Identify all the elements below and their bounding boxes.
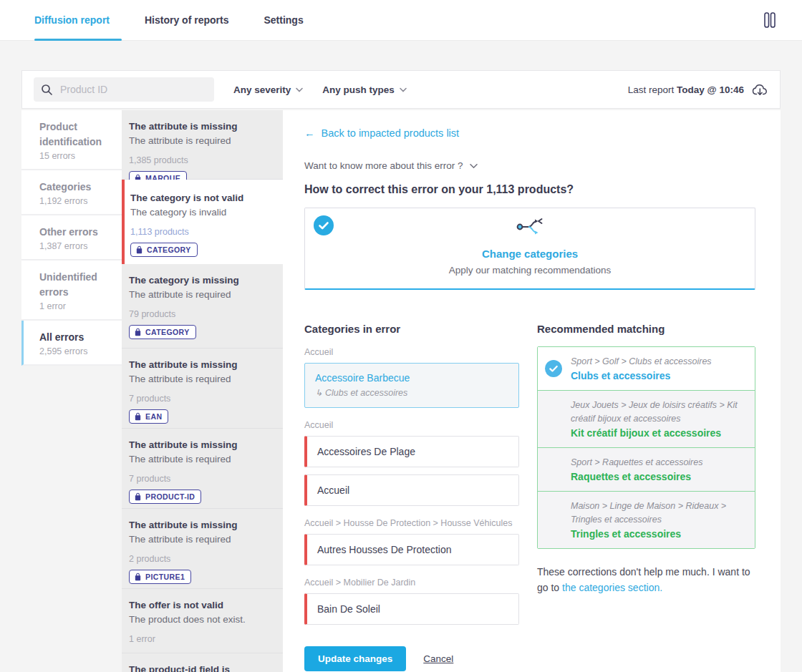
cancel-link[interactable]: Cancel bbox=[423, 653, 453, 664]
error-list-item[interactable]: The attribute is missing The attribute i… bbox=[122, 429, 283, 509]
badge-label: PICTURE1 bbox=[145, 573, 185, 581]
matching-row[interactable]: Jeux Jouets > Jeux de loisirs créatifs >… bbox=[538, 391, 755, 448]
category-path: Accueil bbox=[304, 347, 519, 357]
matching-footer: These corrections don't help me much. I … bbox=[537, 564, 755, 595]
error-subtitle: The category is invalid bbox=[130, 205, 280, 220]
change-categories-card[interactable]: Change categories Apply our matching rec… bbox=[304, 208, 755, 290]
cloud-download-icon[interactable] bbox=[752, 82, 768, 97]
back-to-products-link[interactable]: ← Back to impacted products list bbox=[304, 127, 459, 139]
badge-label: PRODUCT-ID bbox=[145, 492, 195, 501]
more-info-label: Want to know more about this error ? bbox=[304, 160, 463, 171]
error-count: 1,385 products bbox=[129, 155, 274, 165]
search-input[interactable] bbox=[59, 83, 207, 96]
sidebar-item-all-errors[interactable]: All errors 2,595 errors bbox=[21, 321, 122, 366]
error-title: The attribute is missing bbox=[129, 518, 274, 532]
push-types-filter-label: Any push types bbox=[322, 84, 395, 95]
sidebar-item-unidentified-errors[interactable]: Unidentified errors 1 error bbox=[21, 260, 122, 321]
error-title: The category is missing bbox=[129, 273, 274, 288]
sidebar-item-count: 2,595 errors bbox=[39, 346, 116, 356]
sidebar-item-product-identification[interactable]: Product identification 15 errors bbox=[21, 110, 122, 170]
category-card-selected[interactable]: Accessoire Barbecue ↳ Clubs et accessoir… bbox=[304, 363, 519, 408]
filter-bar: Any severity Any push types Last report … bbox=[21, 70, 781, 109]
sidebar-item-label: Unidentified errors bbox=[39, 270, 116, 300]
bag-icon bbox=[134, 412, 142, 421]
matching-path: Sport > Golf > Clubs et accessoires bbox=[571, 355, 745, 369]
tab-history-of-reports[interactable]: History of reports bbox=[145, 0, 228, 41]
error-list-item[interactable]: The attribute is missing The attribute i… bbox=[122, 110, 283, 180]
recommended-matching-section: Recommended matching Sport > Golf > Club… bbox=[537, 323, 755, 671]
matching-name: Tringles et accessoires bbox=[571, 528, 745, 540]
severity-filter-label: Any severity bbox=[233, 84, 291, 95]
back-link-label: Back to impacted products list bbox=[322, 127, 460, 139]
matching-row[interactable]: Maison > Linge de Maison > Rideaux > Tri… bbox=[538, 492, 755, 548]
error-list-item-clipped[interactable]: The product-id field is bbox=[122, 653, 283, 672]
badge-label: EAN bbox=[145, 412, 162, 421]
category-card[interactable]: Accueil bbox=[304, 474, 519, 506]
recommended-matching-heading: Recommended matching bbox=[537, 323, 755, 335]
category-path: Accueil > Mobilier De Jardin bbox=[304, 578, 519, 588]
error-detail-panel: ← Back to impacted products list Want to… bbox=[283, 110, 781, 672]
attribute-badge: EAN bbox=[129, 409, 168, 424]
sidebar-item-count: 1 error bbox=[39, 301, 116, 311]
error-groups-sidebar: Product identification 15 errors Categor… bbox=[21, 110, 122, 672]
categories-section-link[interactable]: the categories section. bbox=[562, 582, 662, 593]
attribute-badge: CATEGORY bbox=[130, 243, 198, 257]
error-subtitle: The attribute is required bbox=[129, 452, 274, 467]
matching-name: Raquettes et accessoires bbox=[571, 471, 745, 482]
category-name: Autres Housses De Protection bbox=[317, 544, 508, 555]
top-nav: Diffusion report History of reports Sett… bbox=[0, 0, 802, 41]
sidebar-item-other-errors[interactable]: Other errors 1,387 errors bbox=[21, 215, 122, 260]
error-count: 79 products bbox=[129, 309, 274, 319]
chevron-down-icon bbox=[470, 163, 478, 169]
bag-icon bbox=[134, 328, 142, 336]
pause-icon[interactable] bbox=[762, 11, 778, 29]
error-list-item[interactable]: The offer is not valid The product does … bbox=[122, 589, 283, 653]
attribute-badge: PRODUCT-ID bbox=[129, 490, 201, 504]
category-name: Accueil bbox=[317, 484, 508, 496]
chevron-down-icon bbox=[296, 87, 303, 92]
error-list-item[interactable]: The category is missing The attribute is… bbox=[122, 264, 283, 349]
error-title: The attribute is missing bbox=[129, 358, 274, 372]
sidebar-item-count: 1,192 errors bbox=[39, 196, 116, 206]
error-subtitle: The attribute is required bbox=[129, 134, 274, 148]
badge-label: CATEGORY bbox=[147, 245, 191, 254]
matching-row-selected[interactable]: Sport > Golf > Clubs et accessoires Club… bbox=[538, 347, 755, 391]
last-report: Last report Today @ 10:46 bbox=[628, 82, 768, 97]
category-path: Accueil bbox=[304, 420, 519, 430]
severity-filter[interactable]: Any severity bbox=[233, 84, 303, 95]
category-card[interactable]: Autres Housses De Protection bbox=[304, 534, 519, 565]
category-name: Accessoire Barbecue bbox=[315, 372, 508, 384]
error-subtitle: The product does not exist. bbox=[129, 613, 274, 627]
push-types-filter[interactable]: Any push types bbox=[322, 84, 407, 95]
error-count: 7 products bbox=[129, 394, 274, 404]
matching-row[interactable]: Sport > Raquettes et accessoires Raquett… bbox=[538, 448, 755, 492]
chevron-down-icon bbox=[400, 87, 407, 92]
matching-path: Jeux Jouets > Jeux de loisirs créatifs >… bbox=[571, 399, 745, 426]
category-card[interactable]: Accessoires De Plage bbox=[304, 436, 519, 467]
update-changes-button[interactable]: Update changes bbox=[304, 646, 406, 671]
matching-list: Sport > Golf > Clubs et accessoires Club… bbox=[537, 346, 755, 549]
category-card[interactable]: Bain De Soleil bbox=[304, 593, 519, 625]
more-info-toggle[interactable]: Want to know more about this error ? bbox=[304, 160, 754, 171]
matching-name: Clubs et accessoires bbox=[571, 370, 745, 381]
category-path: Accueil > Housse De Protection > Housse … bbox=[304, 518, 519, 528]
error-title: The category is not valid bbox=[130, 191, 280, 205]
bag-icon bbox=[134, 573, 142, 581]
matching-path: Sport > Raquettes et accessoires bbox=[571, 456, 745, 469]
error-list-item[interactable]: The attribute is missing The attribute i… bbox=[122, 509, 283, 589]
branch-split-icon bbox=[515, 215, 545, 238]
sidebar-item-label: Other errors bbox=[39, 225, 116, 240]
tab-label: History of reports bbox=[145, 14, 228, 26]
mapped-category-label: Clubs et accessoires bbox=[325, 388, 407, 398]
error-count: 1,113 products bbox=[130, 227, 280, 237]
sidebar-item-label: All errors bbox=[39, 330, 116, 345]
error-title: The product-id field is bbox=[129, 663, 274, 672]
back-arrow-icon: ← bbox=[304, 127, 315, 139]
sidebar-item-categories[interactable]: Categories 1,192 errors bbox=[21, 170, 122, 215]
error-title: The attribute is missing bbox=[129, 120, 274, 134]
error-list-item-selected[interactable]: The category is not valid The category i… bbox=[122, 180, 289, 264]
tab-diffusion-report[interactable]: Diffusion report bbox=[34, 0, 110, 41]
search-box[interactable] bbox=[34, 77, 214, 102]
error-list-item[interactable]: The attribute is missing The attribute i… bbox=[122, 349, 283, 429]
tab-settings[interactable]: Settings bbox=[264, 0, 303, 41]
